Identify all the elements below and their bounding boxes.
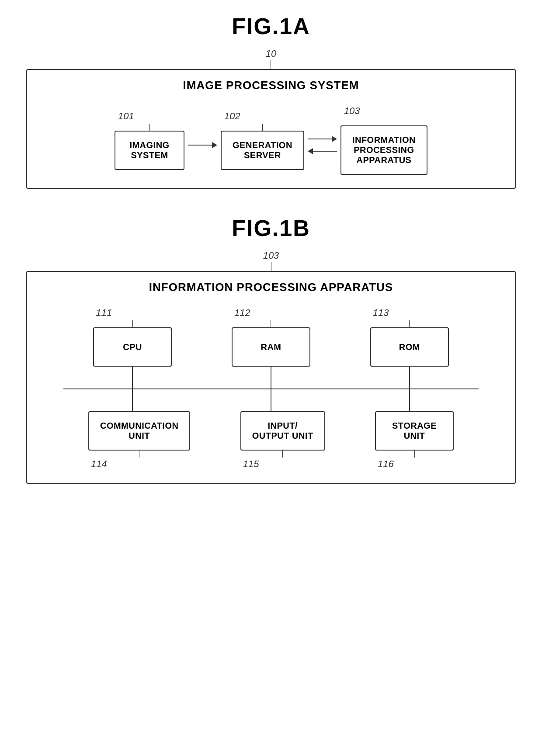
- fig1a-title: FIG.1A: [232, 13, 310, 39]
- arrow-line-2a: [308, 139, 332, 139]
- bottom-vertical-lines: [63, 389, 479, 411]
- figure-1b-section: FIG.1B 103 INFORMATION PROCESSING APPARA…: [26, 215, 516, 484]
- fig1a-block-generation: 102 GENERATIONSERVER: [221, 111, 304, 170]
- fig1b-ref-114: 114: [91, 458, 107, 470]
- fig1b-system-ref: 103: [263, 250, 279, 261]
- fig1a-block-imaging: 101 IMAGINGSYSTEM: [115, 111, 184, 170]
- fig1b-cpu-wrapper: 111 CPU: [93, 307, 172, 367]
- fig1b-io-wrapper: INPUT/OUTPUT UNIT 115: [240, 411, 325, 470]
- fig1a-outer-box: IMAGE PROCESSING SYSTEM 101 IMAGINGSYSTE…: [26, 69, 516, 189]
- fig1b-ram-wrapper: 112 RAM: [232, 307, 310, 367]
- arrow-head-2b: [308, 148, 313, 154]
- fig1b-title: FIG.1B: [232, 215, 310, 241]
- arrow-line-1: [188, 145, 212, 146]
- arrow-101-102: [188, 142, 217, 148]
- arrow-right-2a: [308, 136, 337, 142]
- fig1b-system-ref-connector: 103: [263, 250, 279, 271]
- vert-line-rom: [409, 367, 410, 388]
- fig1b-ref-113: 113: [373, 307, 389, 319]
- figure-1a-section: FIG.1A 10 IMAGE PROCESSING SYSTEM 101 IM…: [26, 13, 516, 189]
- vert-line-comm: [132, 389, 133, 411]
- fig1a-ref-103: 103: [344, 105, 360, 117]
- fig1b-system-label: INFORMATION PROCESSING APPARATUS: [40, 281, 502, 294]
- fig1a-system-ref-connector: 10: [266, 48, 276, 69]
- fig1b-outer-box: INFORMATION PROCESSING APPARATUS 111 CPU…: [26, 271, 516, 484]
- vert-line-io: [271, 389, 271, 411]
- fig1b-ref-112: 112: [234, 307, 250, 319]
- fig1a-block-info: 103 INFORMATIONPROCESSINGAPPARATUS: [340, 105, 427, 175]
- fig1b-io-box: INPUT/OUTPUT UNIT: [240, 411, 325, 451]
- vert-line-storage: [409, 389, 410, 411]
- fig1b-ref-115: 115: [243, 458, 259, 470]
- fig1b-cpu-box: CPU: [93, 327, 172, 367]
- fig1b-bracket-line: [271, 262, 271, 271]
- fig1b-ref-111: 111: [96, 307, 112, 319]
- fig1b-ref-116: 116: [378, 458, 394, 470]
- vert-line-ram: [271, 367, 271, 388]
- fig1a-info-processing-box: INFORMATIONPROCESSINGAPPARATUS: [340, 125, 427, 175]
- top-vertical-lines: [63, 367, 479, 388]
- fig1a-generation-server-box: GENERATIONSERVER: [221, 131, 304, 170]
- fig1a-ref-102: 102: [224, 111, 240, 122]
- vert-line-cpu: [132, 367, 133, 388]
- arrow-right-1: [188, 142, 217, 148]
- fig1b-storage-box: STORAGEUNIT: [375, 411, 454, 451]
- arrow-head-1: [212, 142, 217, 148]
- fig1a-bracket-line: [271, 60, 271, 69]
- fig1b-comm-wrapper: COMMUNICATIONUNIT 114: [88, 411, 190, 470]
- fig1a-blocks-row: 101 IMAGINGSYSTEM 102: [40, 105, 502, 175]
- arrow-line-2b: [313, 151, 337, 152]
- fig1a-imaging-system-box: IMAGINGSYSTEM: [115, 131, 184, 170]
- arrow-102-103: [308, 136, 337, 154]
- arrow-head-2a: [332, 136, 337, 142]
- fig1a-system-label: IMAGE PROCESSING SYSTEM: [40, 79, 502, 92]
- fig1a-system-ref: 10: [266, 48, 276, 59]
- fig1b-comm-box: COMMUNICATIONUNIT: [88, 411, 190, 451]
- fig1b-rom-wrapper: 113 ROM: [370, 307, 449, 367]
- fig1b-rom-box: ROM: [370, 327, 449, 367]
- fig1b-ram-box: RAM: [232, 327, 310, 367]
- fig1a-ref-101: 101: [118, 111, 134, 122]
- fig1b-storage-wrapper: STORAGEUNIT 116: [375, 411, 454, 470]
- arrow-left-2b: [308, 148, 337, 154]
